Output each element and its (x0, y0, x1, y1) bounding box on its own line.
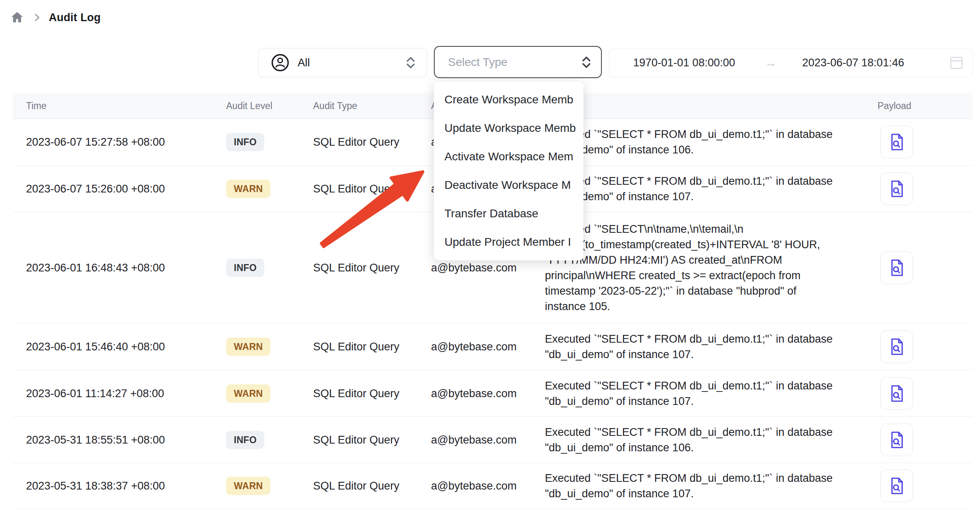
status-badge: INFO (226, 133, 264, 151)
cell-audit-type: SQL Editor Query (313, 183, 399, 195)
comment-line: "db_ui_demo" of instance 106. (545, 440, 875, 455)
cell-audit-type: SQL Editor Query (313, 387, 399, 400)
cell-comment: Executed `"SELECT * FROM db_ui_demo.t1;"… (545, 378, 875, 409)
comment-line: Executed `"SELECT * FROM db_ui_demo.t1;"… (545, 424, 875, 440)
status-badge: INFO (226, 431, 264, 449)
comment-line: Executed `"SELECT * FROM db_ui_demo.t1;"… (545, 470, 875, 486)
table-row: 2023-05-31 18:55:51 +08:00 INFO SQL Edit… (13, 417, 973, 463)
cell-actor: a@bytebase.com (431, 433, 517, 446)
comment-line: "db_ui_demo" of instance 107. (545, 394, 875, 409)
comment-line: Executed `"SELECT\n\tname,\n\temail,\n (545, 221, 875, 237)
header-audit-type: Audit Type (313, 100, 357, 111)
dropdown-item-update-workspace-member[interactable]: Update Workspace Memb (434, 114, 584, 142)
cell-actor: a@bytebase.com (431, 480, 517, 492)
date-range-picker[interactable]: 1970-01-01 08:00:00 → 2023-06-07 18:01:4… (609, 48, 973, 77)
table-row: 2023-05-31 18:38:37 +08:00 WARN SQL Edit… (13, 463, 973, 509)
status-badge: INFO (226, 259, 264, 277)
comment-line: instance 105. (545, 299, 875, 314)
header-time: Time (26, 100, 46, 111)
status-badge: WARN (226, 477, 270, 495)
cell-time: 2023-05-31 18:55:51 +08:00 (26, 433, 165, 446)
dropdown-item-activate-workspace-member[interactable]: Activate Workspace Mem (434, 142, 584, 171)
payload-view-button[interactable] (880, 424, 913, 456)
page-title: Audit Log (49, 11, 101, 24)
person-circle-icon (271, 53, 290, 72)
cell-time: 2023-06-01 15:46:40 +08:00 (26, 341, 165, 353)
cell-time: 2023-06-01 16:48:43 +08:00 (26, 262, 165, 274)
cell-audit-type: SQL Editor Query (313, 480, 399, 492)
audit-log-page: Audit Log All Select Type 1970-01-01 (0, 0, 980, 516)
dropdown-item-transfer-database[interactable]: Transfer Database (434, 199, 584, 228)
date-range-end[interactable]: 2023-06-07 18:01:46 (802, 57, 904, 69)
calendar-icon (950, 55, 963, 70)
cell-audit-type: SQL Editor Query (313, 433, 399, 446)
comment-line: "db_ui_demo" of instance 106. (545, 142, 875, 157)
comment-line: principal\nWHERE created_ts >= extract(e… (545, 268, 875, 283)
actor-filter-value: All (298, 57, 310, 69)
payload-view-button[interactable] (880, 126, 913, 158)
date-range-start[interactable]: 1970-01-01 08:00:00 (633, 57, 735, 69)
comment-line: "db_ui_demo" of instance 107. (545, 189, 875, 204)
type-dropdown-menu: Create Workspace Memb Update Workspace M… (434, 81, 584, 260)
comment-line: 'YYYY/MM/DD HH24:MI') AS created_at\nFRO… (545, 252, 875, 268)
header-audit-level: Audit Level (226, 100, 272, 111)
cell-actor: a@bytebase.com (431, 262, 517, 274)
breadcrumb: Audit Log (10, 11, 101, 24)
cell-audit-type: SQL Editor Query (313, 341, 399, 353)
comment-line: "db_ui_demo" of instance 107. (545, 486, 875, 501)
type-filter-select[interactable]: Select Type (434, 46, 602, 78)
payload-view-button[interactable] (880, 377, 913, 410)
home-icon[interactable] (10, 11, 24, 24)
select-chevrons-icon (406, 57, 415, 69)
payload-view-button[interactable] (880, 470, 913, 502)
comment-line: Executed `"SELECT * FROM db_ui_demo.t1;"… (545, 378, 875, 394)
comment-line: Executed `"SELECT * FROM db_ui_demo.t1;"… (545, 331, 875, 347)
cell-comment: Executed `"SELECT * FROM db_ui_demo.t1;"… (545, 173, 875, 204)
range-arrow-icon: → (765, 56, 777, 70)
comment-line: Executed `"SELECT * FROM db_ui_demo.t1;"… (545, 173, 875, 189)
cell-actor: a@bytebase.com (431, 387, 517, 400)
cell-time: 2023-06-01 11:14:27 +08:00 (26, 387, 164, 400)
cell-audit-type: SQL Editor Query (313, 136, 399, 149)
cell-time: 2023-05-31 18:38:37 +08:00 (26, 480, 165, 492)
dropdown-item-create-workspace-member[interactable]: Create Workspace Memb (434, 85, 584, 114)
dropdown-item-deactivate-workspace-member[interactable]: Deactivate Workspace M (434, 171, 584, 199)
table-row: 2023-06-01 15:46:40 +08:00 WARN SQL Edit… (13, 324, 973, 370)
cell-actor: a@bytebase.com (431, 341, 517, 353)
comment-line: timestamp '2023-05-22');"` in database "… (545, 283, 875, 299)
header-payload: Payload (878, 100, 911, 111)
type-filter-placeholder: Select Type (448, 56, 507, 69)
cell-time: 2023-06-07 15:26:00 +08:00 (26, 183, 165, 195)
comment-line: Executed `"SELECT * FROM db_ui_demo.t1;"… (545, 127, 875, 142)
comment-line: "db_ui_demo" of instance 107. (545, 347, 875, 362)
status-badge: WARN (226, 384, 270, 402)
cell-comment: Executed `"SELECT * FROM db_ui_demo.t1;"… (545, 127, 875, 157)
cell-audit-type: SQL Editor Query (313, 262, 399, 274)
cell-comment: Executed `"SELECT * FROM db_ui_demo.t1;"… (545, 424, 875, 455)
cell-comment: Executed `"SELECT * FROM db_ui_demo.t1;"… (545, 331, 875, 362)
chevron-right-icon (35, 13, 40, 22)
payload-view-button[interactable] (880, 173, 913, 205)
actor-filter-select[interactable]: All (258, 48, 427, 77)
status-badge: WARN (226, 180, 270, 198)
cell-time: 2023-06-07 15:27:58 +08:00 (26, 136, 165, 149)
cell-comment: Executed `"SELECT\n\tname,\n\temail,\n t… (545, 221, 875, 314)
cell-comment: Executed `"SELECT * FROM db_ui_demo.t1;"… (545, 470, 875, 501)
payload-view-button[interactable] (880, 330, 913, 363)
status-badge: WARN (226, 338, 270, 356)
comment-line: to_char(to_timestamp(created_ts)+INTERVA… (545, 237, 875, 252)
table-row: 2023-06-01 11:14:27 +08:00 WARN SQL Edit… (13, 370, 973, 417)
dropdown-item-update-project-member[interactable]: Update Project Member I (434, 228, 584, 256)
payload-view-button[interactable] (880, 251, 913, 284)
select-chevrons-icon (582, 56, 591, 68)
